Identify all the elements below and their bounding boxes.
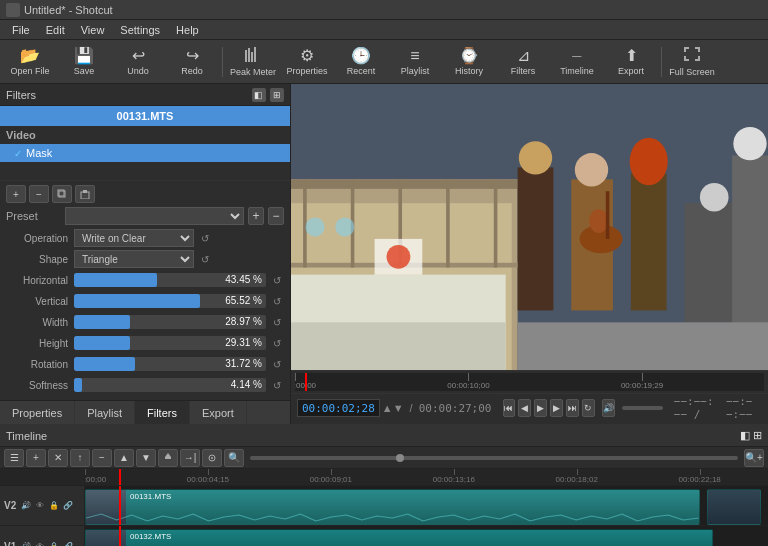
- v2-link-icon[interactable]: 🔗: [62, 500, 74, 512]
- track-v2[interactable]: 00131.MTS: [85, 486, 768, 527]
- preview-timeline-ruler[interactable]: 00:00:00;00 00:00:10;00 00:00:19;29: [295, 373, 764, 391]
- prev-frame-button[interactable]: ◀: [518, 399, 531, 417]
- v2-lock-icon[interactable]: 🔒: [48, 500, 60, 512]
- skip-start-button[interactable]: ⏮: [503, 399, 516, 417]
- preset-remove-button[interactable]: −: [268, 207, 284, 225]
- tl-ripple-button[interactable]: [202, 449, 222, 467]
- current-time[interactable]: 00:00:02;28: [297, 399, 380, 417]
- filters-button[interactable]: ⊿ Filters: [497, 42, 549, 82]
- softness-slider[interactable]: 4.14 %: [74, 378, 266, 392]
- skip-end-button[interactable]: ⏭: [566, 399, 579, 417]
- tl-down-button[interactable]: ▼: [136, 449, 156, 467]
- v2-eye-icon[interactable]: 👁: [34, 500, 46, 512]
- volume-slider[interactable]: [622, 406, 663, 410]
- peak-meter-label: Peak Meter: [230, 67, 276, 77]
- menu-file[interactable]: File: [4, 20, 38, 40]
- tab-export[interactable]: Export: [190, 401, 247, 424]
- v1-link-icon[interactable]: 🔗: [62, 540, 74, 546]
- width-reset[interactable]: ↺: [270, 315, 284, 329]
- v2-audio-icon[interactable]: 🔊: [20, 500, 32, 512]
- save-button[interactable]: 💾 Save: [58, 42, 110, 82]
- height-slider[interactable]: 29.31 %: [74, 336, 266, 350]
- tl-lift-button[interactable]: ↑: [70, 449, 90, 467]
- filters-shrink-icon[interactable]: ◧: [252, 88, 266, 102]
- redo-button[interactable]: ↪ Redo: [166, 42, 218, 82]
- rotation-reset[interactable]: ↺: [270, 357, 284, 371]
- undo-button[interactable]: ↩ Undo: [112, 42, 164, 82]
- horizontal-slider[interactable]: 43.45 %: [74, 273, 266, 287]
- vertical-reset[interactable]: ↺: [270, 294, 284, 308]
- tl-menu-button[interactable]: ☰: [4, 449, 24, 467]
- timeline-button[interactable]: ⏤ Timeline: [551, 42, 603, 82]
- rotation-slider[interactable]: 31.72 %: [74, 357, 266, 371]
- operation-reset-icon[interactable]: ↺: [198, 231, 212, 245]
- playlist-button[interactable]: ≡ Playlist: [389, 42, 441, 82]
- copy-filter-button[interactable]: [52, 185, 72, 203]
- v1-audio-icon[interactable]: 🔊: [20, 540, 32, 546]
- shape-select[interactable]: Triangle: [74, 250, 194, 268]
- mute-button[interactable]: 🔊: [602, 399, 615, 417]
- softness-reset[interactable]: ↺: [270, 378, 284, 392]
- filter-small-toolbar: + −: [6, 185, 284, 203]
- v2-clip-2[interactable]: [707, 489, 762, 525]
- tl-up-button[interactable]: ▲: [114, 449, 134, 467]
- loop-button[interactable]: ↻: [582, 399, 595, 417]
- next-frame-button[interactable]: ▶: [550, 399, 563, 417]
- peak-meter-button[interactable]: Peak Meter: [227, 42, 279, 82]
- properties-button[interactable]: ⚙ Properties: [281, 42, 333, 82]
- tab-filters[interactable]: Filters: [135, 401, 190, 424]
- toolbar-sep-1: [222, 47, 223, 77]
- tl-remove-button[interactable]: −: [92, 449, 112, 467]
- tab-playlist[interactable]: Playlist: [75, 401, 135, 424]
- menu-help[interactable]: Help: [168, 20, 207, 40]
- tab-properties[interactable]: Properties: [0, 401, 75, 424]
- preset-select[interactable]: [65, 207, 244, 225]
- timeline-shrink-icon[interactable]: ◧: [740, 429, 750, 442]
- history-button[interactable]: ⌚ History: [443, 42, 495, 82]
- width-slider[interactable]: 28.97 %: [74, 315, 266, 329]
- bottom-tabs: Properties Playlist Filters Export: [0, 400, 290, 424]
- tl-close-button[interactable]: ✕: [48, 449, 68, 467]
- track-v1[interactable]: 00132.MTS: [85, 526, 768, 546]
- filters-expand-icon[interactable]: ⊞: [270, 88, 284, 102]
- v1-lock-icon[interactable]: 🔒: [48, 540, 60, 546]
- zoom-thumb[interactable]: [396, 454, 404, 462]
- v2-clip-1[interactable]: 00131.MTS: [85, 489, 700, 525]
- width-row: Width 28.97 % ↺: [6, 312, 284, 332]
- timeline-ruler[interactable]: 00:00:00;00 00:00:04;15 00:00:09;01 00:0…: [85, 469, 768, 486]
- menu-edit[interactable]: Edit: [38, 20, 73, 40]
- svg-rect-3: [254, 47, 256, 62]
- height-reset[interactable]: ↺: [270, 336, 284, 350]
- horizontal-reset[interactable]: ↺: [270, 273, 284, 287]
- timeline-zoom-slider[interactable]: [250, 456, 738, 460]
- timecode-row[interactable]: 00:00:00;00 00:00:10;00 00:00:19;29: [291, 371, 768, 394]
- vertical-label: Vertical: [6, 296, 74, 307]
- svg-rect-15: [83, 190, 87, 193]
- export-button[interactable]: ⬆ Export: [605, 42, 657, 82]
- menubar: File Edit View Settings Help: [0, 20, 768, 40]
- operation-select[interactable]: Write on Clear: [74, 229, 194, 247]
- open-file-button[interactable]: 📂 Open File: [4, 42, 56, 82]
- v1-clip-1[interactable]: 00132.MTS: [85, 529, 713, 546]
- tl-zoom-in-button[interactable]: 🔍+: [744, 449, 764, 467]
- menu-view[interactable]: View: [73, 20, 113, 40]
- v1-eye-icon[interactable]: 👁: [34, 540, 46, 546]
- remove-filter-button[interactable]: −: [29, 185, 49, 203]
- recent-button[interactable]: 🕒 Recent: [335, 42, 387, 82]
- tl-new-button[interactable]: +: [26, 449, 46, 467]
- vertical-slider[interactable]: 65.52 %: [74, 294, 266, 308]
- play-button[interactable]: ▶: [534, 399, 547, 417]
- preset-add-button[interactable]: +: [248, 207, 264, 225]
- menu-settings[interactable]: Settings: [112, 20, 168, 40]
- main-area: Filters ◧ ⊞ 00131.MTS Video ✓ Mask + −: [0, 84, 768, 424]
- timeline-expand-icon[interactable]: ⊞: [753, 429, 762, 442]
- shape-reset-icon[interactable]: ↺: [198, 252, 212, 266]
- filter-item-mask[interactable]: ✓ Mask: [0, 144, 290, 162]
- tl-zoom-button[interactable]: 🔍: [224, 449, 244, 467]
- add-filter-button[interactable]: +: [6, 185, 26, 203]
- tl-append-button[interactable]: →|: [180, 449, 200, 467]
- svg-rect-46: [165, 457, 171, 459]
- paste-filter-button[interactable]: [75, 185, 95, 203]
- full-screen-button[interactable]: Full Screen: [666, 42, 718, 82]
- tl-overwrite-button[interactable]: [158, 449, 178, 467]
